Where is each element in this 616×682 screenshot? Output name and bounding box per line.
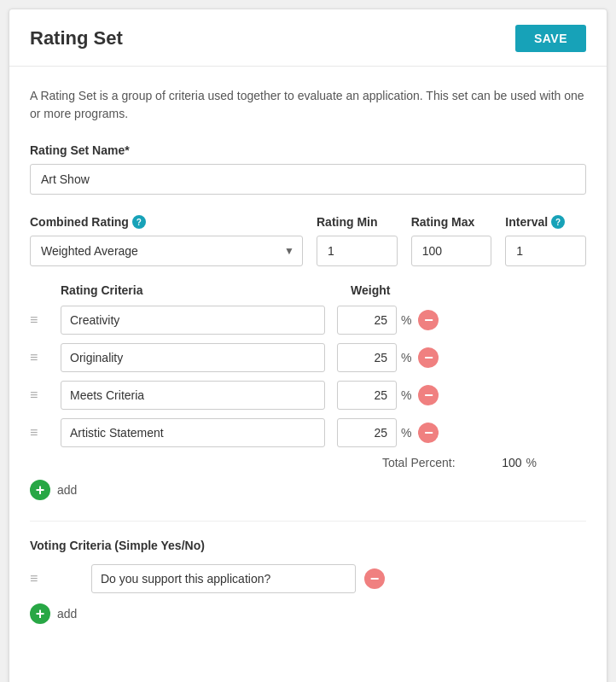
combined-rating-label: Combined Rating ? bbox=[30, 215, 303, 229]
remove-icon: − bbox=[418, 423, 439, 443]
drag-handle-icon[interactable]: ≡ bbox=[30, 426, 52, 440]
interval-help-icon[interactable]: ? bbox=[551, 215, 565, 229]
criteria-name-input[interactable] bbox=[61, 306, 325, 335]
criteria-name-input[interactable] bbox=[61, 418, 325, 447]
criteria-weight-input[interactable] bbox=[337, 418, 397, 447]
add-criteria-label[interactable]: add bbox=[57, 483, 77, 497]
remove-criteria-button[interactable]: − bbox=[418, 347, 439, 368]
criteria-name-header: Rating Criteria bbox=[61, 283, 351, 297]
criteria-row: ≡ % − bbox=[30, 343, 586, 372]
drag-handle-icon[interactable]: ≡ bbox=[30, 351, 52, 364]
criteria-weight-input[interactable] bbox=[337, 306, 397, 335]
add-voting-button[interactable]: + bbox=[30, 603, 50, 624]
page-content: A Rating Set is a group of criteria used… bbox=[9, 67, 607, 665]
add-criteria-row: + add bbox=[30, 480, 586, 500]
remove-criteria-button[interactable]: − bbox=[418, 385, 439, 405]
criteria-row: ≡ % − bbox=[30, 381, 586, 410]
interval-col: Interval ? bbox=[505, 215, 586, 266]
voting-row: ≡ − bbox=[30, 564, 586, 593]
interval-label: Interval ? bbox=[505, 215, 586, 229]
total-percent-label: % bbox=[526, 456, 537, 469]
interval-input[interactable] bbox=[505, 236, 586, 266]
rating-set-name-label: Rating Set Name* bbox=[30, 143, 586, 157]
rating-max-input[interactable] bbox=[411, 236, 492, 266]
criteria-weight-header: Weight bbox=[351, 283, 390, 297]
rating-max-col: Rating Max bbox=[411, 215, 492, 266]
criteria-name-input[interactable] bbox=[61, 381, 325, 410]
combined-rating-select-wrapper: Weighted Average Simple Average Sum ▼ bbox=[30, 236, 303, 266]
remove-voting-button[interactable]: − bbox=[364, 568, 385, 589]
page-title: Rating Set bbox=[30, 27, 123, 50]
combined-rating-row: Combined Rating ? Weighted Average Simpl… bbox=[30, 215, 586, 266]
criteria-row: ≡ % − bbox=[30, 306, 586, 335]
criteria-weight-input[interactable] bbox=[337, 381, 397, 410]
combined-rating-select[interactable]: Weighted Average Simple Average Sum bbox=[30, 236, 303, 266]
remove-icon: − bbox=[418, 310, 439, 330]
criteria-row: ≡ % − bbox=[30, 418, 586, 447]
rating-set-card: Rating Set SAVE A Rating Set is a group … bbox=[9, 9, 607, 682]
rating-set-name-input[interactable] bbox=[30, 164, 586, 195]
rating-min-input[interactable] bbox=[317, 236, 398, 266]
criteria-weight-input[interactable] bbox=[337, 343, 397, 372]
drag-handle-icon[interactable]: ≡ bbox=[30, 572, 52, 586]
remove-criteria-button[interactable]: − bbox=[418, 310, 439, 330]
remove-criteria-button[interactable]: − bbox=[418, 423, 439, 443]
rating-min-label: Rating Min bbox=[317, 215, 398, 229]
voting-section-title: Voting Criteria (Simple Yes/No) bbox=[30, 539, 586, 552]
percent-label: % bbox=[401, 313, 411, 327]
criteria-name-input[interactable] bbox=[61, 343, 325, 372]
total-value: 100 bbox=[462, 456, 522, 469]
section-divider bbox=[30, 521, 586, 522]
combined-rating-help-icon[interactable]: ? bbox=[132, 215, 146, 229]
remove-icon: − bbox=[364, 568, 385, 589]
rating-min-col: Rating Min bbox=[317, 215, 398, 266]
combined-rating-col: Combined Rating ? Weighted Average Simpl… bbox=[30, 215, 303, 266]
voting-criteria-section: Voting Criteria (Simple Yes/No) ≡ − + ad… bbox=[30, 539, 586, 624]
criteria-headers: Rating Criteria Weight bbox=[30, 283, 586, 297]
rating-set-name-section: Rating Set Name* bbox=[30, 143, 586, 195]
drag-handle-icon[interactable]: ≡ bbox=[30, 388, 52, 402]
add-criteria-button[interactable]: + bbox=[30, 480, 50, 500]
total-label: Total Percent: bbox=[382, 456, 456, 469]
remove-icon: − bbox=[418, 347, 439, 368]
rating-max-label: Rating Max bbox=[411, 215, 492, 229]
percent-label: % bbox=[401, 351, 411, 364]
add-voting-row: + add bbox=[30, 603, 586, 624]
add-voting-label[interactable]: add bbox=[57, 607, 77, 621]
save-button[interactable]: SAVE bbox=[515, 25, 586, 52]
rating-criteria-section: Rating Criteria Weight ≡ % − ≡ % bbox=[30, 283, 586, 500]
remove-icon: − bbox=[418, 385, 439, 405]
percent-label: % bbox=[401, 426, 411, 440]
drag-handle-icon[interactable]: ≡ bbox=[30, 313, 52, 327]
description-text: A Rating Set is a group of criteria used… bbox=[30, 87, 586, 123]
page-header: Rating Set SAVE bbox=[9, 9, 607, 67]
percent-label: % bbox=[401, 388, 411, 402]
voting-criteria-input[interactable] bbox=[91, 564, 356, 593]
total-row: Total Percent: 100 % bbox=[30, 456, 586, 469]
